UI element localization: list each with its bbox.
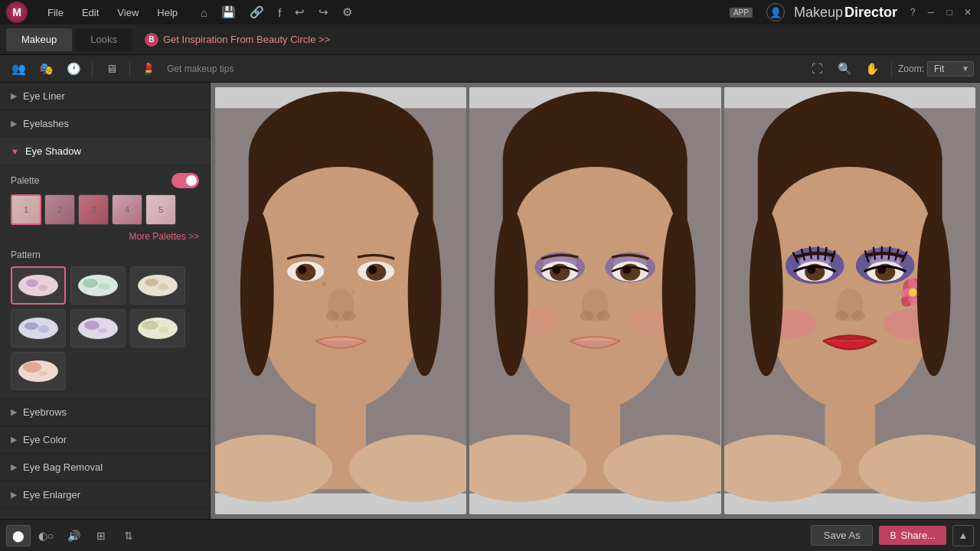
- chevron-right-icon: ▶: [11, 462, 17, 472]
- search-icon[interactable]: 🔍: [833, 58, 858, 80]
- settings-icon[interactable]: ⚙: [339, 4, 355, 21]
- menu-bar: File Edit View Help: [40, 4, 185, 21]
- bottom-right-actions: Save As B Share... ▲: [811, 525, 974, 546]
- swatch-3[interactable]: 3: [78, 194, 109, 225]
- pattern-item-7[interactable]: [11, 352, 66, 390]
- sidebar-item-label: Eye Liner: [23, 90, 65, 102]
- sidebar-item-brighten[interactable]: ▶ Brighten: [0, 509, 210, 519]
- svg-point-28: [296, 264, 315, 281]
- faces-container: [211, 83, 980, 519]
- svg-point-111: [749, 209, 782, 377]
- sidebar-item-eye-enlarger[interactable]: ▶ Eye Enlarger: [0, 481, 210, 509]
- secondary-toolbar: 👥 🎭 🕐 🖥 💄 Get makeup tips ⛶ 🔍 ✋ Zoom: Fi…: [0, 55, 980, 83]
- fullscreen-icon[interactable]: ⛶: [805, 58, 830, 80]
- palette-toggle[interactable]: [172, 173, 199, 188]
- pattern-item-4[interactable]: [11, 309, 66, 347]
- svg-point-14: [98, 328, 107, 333]
- eyeshadow-section: Palette 1 2 3 4 5 More Palettes >> Patte…: [0, 165, 210, 399]
- more-palettes-link[interactable]: More Palettes >>: [11, 231, 199, 242]
- bottom-toolbar: ⬤ ◐○ 🔊 ⊞ ⇅ Save As B Share... ▲: [0, 519, 980, 551]
- pattern-item-2[interactable]: [70, 266, 126, 305]
- close-button[interactable]: ✕: [962, 6, 974, 18]
- makeup-tips-icon[interactable]: 💄: [136, 58, 161, 80]
- svg-point-30: [298, 266, 306, 274]
- pattern-item-1[interactable]: [11, 266, 66, 305]
- zoom-select[interactable]: Fit 25% 50% 75% 100% 150% 200%: [927, 61, 974, 77]
- svg-point-36: [240, 209, 274, 377]
- main-toolbar: Makeup Looks B Get Inspiration From Beau…: [0, 24, 980, 55]
- sidebar-item-label: Eye Enlarger: [23, 489, 80, 500]
- pattern-label: Pattern: [11, 249, 199, 260]
- home-icon[interactable]: ⌂: [198, 5, 211, 21]
- svg-point-4: [83, 279, 98, 288]
- layers-btn[interactable]: ⊞: [89, 525, 113, 546]
- chevron-right-icon: ▶: [11, 119, 17, 129]
- swatch-2[interactable]: 2: [44, 194, 75, 225]
- swatch-1[interactable]: 1: [11, 194, 41, 225]
- user-icon[interactable]: 👤: [766, 3, 785, 21]
- app-name-light: Makeup: [794, 5, 843, 21]
- redo-icon[interactable]: ↪: [315, 4, 332, 21]
- svg-point-62: [597, 311, 611, 321]
- share-icon: B: [890, 530, 896, 541]
- export-btn[interactable]: ⇅: [116, 525, 141, 546]
- history-icon[interactable]: 🕐: [61, 58, 86, 80]
- svg-point-15: [138, 318, 178, 339]
- maximize-button[interactable]: □: [943, 6, 956, 18]
- sidebar-item-label: Eyebrows: [23, 406, 67, 418]
- compare-btn[interactable]: ◐○: [34, 525, 58, 546]
- sidebar-item-eyelashes[interactable]: ▶ Eyelashes: [0, 110, 210, 138]
- main-content: ▶ Eye Liner ▶ Eyelashes ▼ Eye Shadow Pal…: [0, 83, 980, 519]
- menu-view[interactable]: View: [109, 4, 146, 21]
- swatch-5[interactable]: 5: [145, 194, 176, 225]
- face-panel-3: [724, 87, 975, 514]
- toolbar-divider-2: [129, 61, 130, 77]
- fb-icon[interactable]: f: [275, 5, 284, 21]
- menu-help[interactable]: Help: [149, 4, 185, 21]
- sidebar-item-eye-color[interactable]: ▶ Eye Color: [0, 426, 210, 454]
- share-button[interactable]: B Share...: [879, 526, 946, 545]
- circle-view-btn[interactable]: ⬤: [6, 525, 31, 546]
- swatch-4[interactable]: 4: [112, 194, 142, 225]
- svg-point-29: [366, 264, 386, 281]
- sidebar-item-eyebrows[interactable]: ▶ Eyebrows: [0, 399, 210, 426]
- audio-btn[interactable]: 🔊: [61, 525, 86, 546]
- face-svg-1: [215, 87, 466, 514]
- app-name-bold: Director: [844, 5, 897, 21]
- beauty-circle-btn[interactable]: B Get Inspiration From Beauty Circle >>: [136, 30, 339, 50]
- menu-edit[interactable]: Edit: [74, 4, 106, 21]
- svg-point-7: [145, 279, 158, 286]
- pattern-grid: [11, 266, 199, 390]
- svg-point-112: [916, 209, 950, 377]
- minimize-button[interactable]: ─: [925, 6, 937, 18]
- svg-point-33: [325, 311, 339, 321]
- title-bar-right: APP 👤 MakeupDirector ? ─ □ ✕: [730, 3, 974, 21]
- collapse-button[interactable]: ▲: [952, 525, 974, 546]
- help-button[interactable]: ?: [906, 6, 919, 18]
- svg-point-17: [158, 327, 169, 333]
- save-as-button[interactable]: Save As: [811, 525, 874, 546]
- pattern-item-5[interactable]: [70, 309, 126, 347]
- pattern-item-6[interactable]: [130, 309, 185, 347]
- pattern-item-3[interactable]: [130, 266, 185, 305]
- face-detect-icon[interactable]: 🎭: [34, 58, 58, 80]
- svg-point-25: [261, 167, 420, 284]
- screen-icon[interactable]: 🖥: [99, 58, 123, 80]
- palette-swatches: 1 2 3 4 5: [11, 194, 199, 225]
- chevron-right-icon: ▶: [11, 91, 17, 101]
- tab-makeup[interactable]: Makeup: [6, 28, 72, 51]
- canvas-inner[interactable]: [211, 83, 980, 519]
- sidebar-item-eye-bag-removal[interactable]: ▶ Eye Bag Removal: [0, 454, 210, 481]
- tab-looks[interactable]: Looks: [75, 28, 132, 51]
- sidebar-item-eye-shadow[interactable]: ▼ Eye Shadow: [0, 138, 210, 165]
- link-icon[interactable]: 🔗: [247, 4, 267, 21]
- people-icon[interactable]: 👥: [6, 58, 31, 80]
- menu-file[interactable]: File: [40, 4, 71, 21]
- undo-icon[interactable]: ↩: [292, 4, 308, 21]
- sidebar-item-eye-liner[interactable]: ▶ Eye Liner: [0, 83, 210, 110]
- svg-point-13: [84, 321, 100, 330]
- sidebar-item-label: Eyelashes: [23, 118, 69, 129]
- canvas-area: [211, 83, 980, 519]
- pan-icon[interactable]: ✋: [861, 58, 885, 80]
- save-icon[interactable]: 💾: [218, 4, 239, 21]
